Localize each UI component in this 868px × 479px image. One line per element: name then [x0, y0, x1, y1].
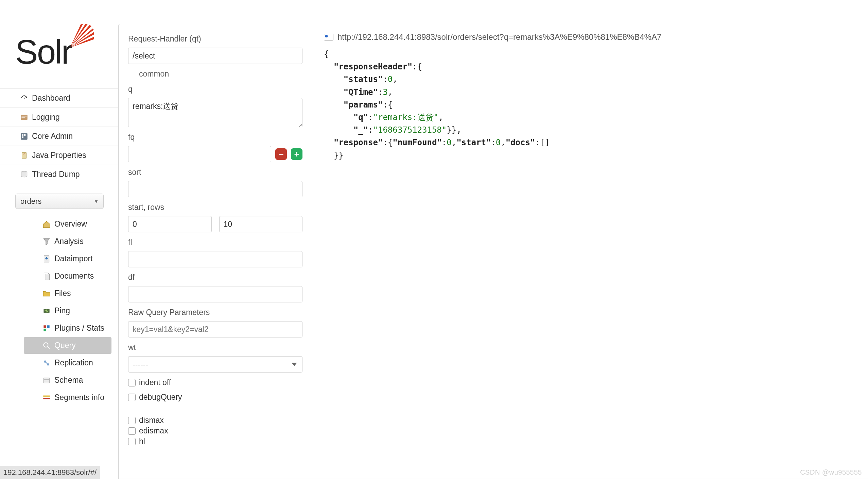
svg-rect-2	[21, 117, 25, 117]
nav-item-core-admin[interactable]: Core Admin	[0, 127, 118, 146]
documents-icon	[42, 272, 51, 281]
sub-label: Schema	[54, 376, 83, 385]
svg-point-16	[44, 343, 48, 347]
debug-checkbox[interactable]	[128, 394, 136, 401]
nav-item-thread-dump[interactable]: Thread Dump	[0, 165, 118, 184]
house-icon	[42, 220, 51, 229]
core-sub-nav: Overview Analysis Dataimport Documents F…	[0, 216, 118, 406]
nav-list: Dashboard Logging Core Admin Java Proper…	[0, 88, 118, 184]
svg-rect-19	[44, 378, 49, 383]
sort-label: sort	[128, 168, 302, 177]
core-select-value: orders	[20, 197, 41, 206]
main-panel: Request-Handler (qt) common q remarks:送货…	[118, 24, 868, 479]
common-legend[interactable]: common	[128, 69, 302, 79]
edismax-label: edismax	[139, 426, 168, 435]
svg-rect-6	[24, 134, 25, 135]
svg-rect-21	[43, 398, 50, 399]
sub-item-ping[interactable]: Ping	[24, 302, 111, 319]
dismax-checkbox[interactable]	[128, 417, 136, 424]
q-input[interactable]: remarks:送货	[128, 98, 302, 127]
nav-item-java-props[interactable]: Java Properties	[0, 146, 118, 165]
svg-rect-15	[44, 329, 46, 331]
start-input[interactable]	[128, 216, 212, 232]
raw-label: Raw Query Parameters	[128, 308, 302, 317]
sort-input[interactable]	[128, 181, 302, 197]
raw-input[interactable]	[128, 321, 302, 337]
sub-label: Plugins / Stats	[54, 324, 104, 333]
sub-label: Dataimport	[54, 254, 92, 263]
sidebar: Solr Dashboard	[0, 0, 118, 479]
core-select-wrap: orders ▼	[0, 184, 118, 215]
sub-item-replication[interactable]: Replication	[24, 354, 111, 371]
result-area: http://192.168.244.41:8983/solr/orders/s…	[312, 24, 868, 479]
logo-text: Solr	[15, 39, 72, 65]
sub-item-plugins-stats[interactable]: Plugins / Stats	[24, 320, 111, 336]
svg-rect-5	[22, 136, 23, 138]
svg-rect-14	[47, 325, 50, 328]
qt-input[interactable]	[128, 48, 302, 64]
schema-icon	[42, 376, 51, 385]
logo: Solr	[15, 24, 94, 65]
fq-remove-button[interactable]: −	[275, 148, 287, 160]
sub-item-overview[interactable]: Overview	[24, 216, 111, 232]
sub-label: Ping	[54, 306, 70, 315]
logging-icon	[20, 113, 29, 122]
df-input[interactable]	[128, 286, 302, 302]
dashboard-icon	[20, 94, 29, 103]
funnel-icon	[42, 237, 51, 246]
result-url-link[interactable]: http://192.168.244.41:8983/solr/orders/s…	[337, 32, 661, 42]
sub-item-query[interactable]: Query	[24, 337, 111, 354]
watermark: CSDN @wu955555	[800, 468, 862, 476]
sub-item-segments-info[interactable]: Segments info	[24, 389, 111, 406]
sub-label: Analysis	[54, 237, 84, 246]
plugins-icon	[42, 324, 51, 333]
sub-label: Replication	[54, 358, 93, 367]
ping-icon	[42, 307, 51, 315]
indent-checkbox[interactable]	[128, 379, 136, 386]
thread-dump-icon	[20, 170, 29, 179]
folder-icon	[42, 289, 51, 298]
common-legend-label: common	[139, 69, 169, 79]
sub-label: Documents	[54, 271, 94, 281]
core-select[interactable]: orders ▼	[15, 194, 104, 209]
sub-item-documents[interactable]: Documents	[24, 268, 111, 284]
sub-item-schema[interactable]: Schema	[24, 372, 111, 389]
indent-label: indent off	[139, 378, 171, 387]
dismax-label: dismax	[139, 416, 164, 425]
status-bar-url: 192.168.244.41:8983/solr/#/	[0, 466, 100, 479]
replication-icon	[42, 359, 51, 367]
dataimport-icon	[42, 254, 51, 263]
core-admin-icon	[20, 132, 29, 141]
search-icon	[42, 341, 51, 350]
fq-input[interactable]	[128, 146, 271, 162]
result-url-bar: http://192.168.244.41:8983/solr/orders/s…	[324, 32, 856, 42]
svg-rect-11	[45, 274, 50, 280]
nav-item-logging[interactable]: Logging	[0, 108, 118, 127]
edismax-checkbox[interactable]	[128, 427, 136, 435]
wt-label: wt	[128, 343, 302, 352]
app-root: Solr Dashboard	[0, 0, 868, 479]
nav-label: Thread Dump	[32, 170, 80, 179]
rows-input[interactable]	[219, 216, 303, 232]
sub-label: Overview	[54, 219, 87, 229]
fl-input[interactable]	[128, 251, 302, 267]
chevron-down-icon: ▼	[94, 199, 99, 204]
sub-item-dataimport[interactable]: Dataimport	[24, 250, 111, 267]
hl-checkbox[interactable]	[128, 438, 136, 445]
logo-sunburst-icon	[70, 24, 94, 48]
sub-item-files[interactable]: Files	[24, 285, 111, 302]
nav-item-dashboard[interactable]: Dashboard	[0, 89, 118, 108]
df-label: df	[128, 273, 302, 282]
debug-label: debugQuery	[139, 393, 182, 402]
nav-label: Core Admin	[32, 132, 73, 141]
fq-label: fq	[128, 133, 302, 142]
nav-label: Logging	[32, 113, 60, 122]
q-label: q	[128, 85, 302, 94]
sub-item-analysis[interactable]: Analysis	[24, 233, 111, 250]
java-props-icon	[20, 151, 29, 160]
sub-label: Segments info	[54, 393, 104, 402]
fq-add-button[interactable]: +	[291, 148, 302, 160]
svg-rect-1	[21, 116, 27, 116]
segments-icon	[42, 393, 51, 402]
wt-select[interactable]: ------	[128, 356, 302, 373]
